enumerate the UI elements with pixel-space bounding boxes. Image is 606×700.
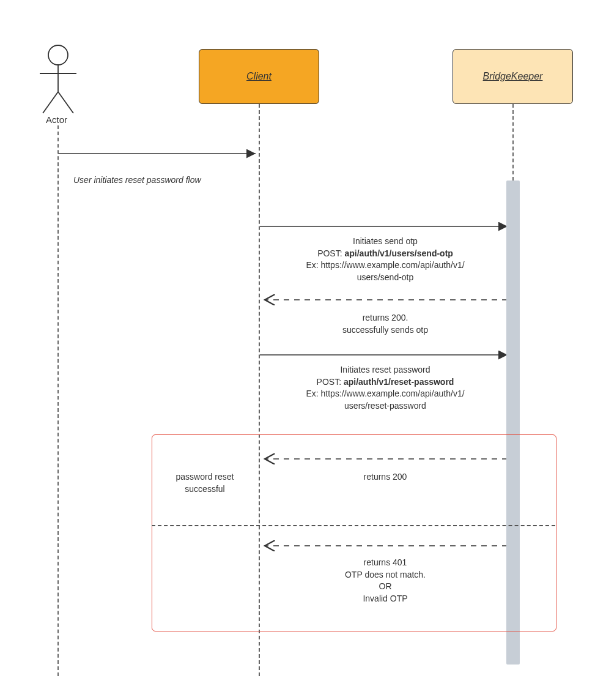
participant-bridgekeeper-label: BridgeKeeper bbox=[483, 71, 543, 82]
alt-guard-top: password reset successful bbox=[159, 471, 251, 495]
svg-line-2 bbox=[43, 92, 58, 113]
sequence-diagram: Actor Client BridgeKeeper User initiates… bbox=[0, 0, 606, 700]
actor-head bbox=[48, 45, 68, 65]
lifeline-actor bbox=[57, 125, 59, 676]
label-m4: Initiates reset password POST: api/auth/… bbox=[272, 364, 498, 412]
label-m6: returns 401 OTP does not match. OR Inval… bbox=[306, 557, 465, 605]
alt-divider bbox=[152, 525, 555, 526]
participant-bridgekeeper: BridgeKeeper bbox=[453, 49, 573, 104]
lifeline-bridgekeeper-top bbox=[512, 104, 514, 181]
participant-client: Client bbox=[199, 49, 319, 104]
participant-client-label: Client bbox=[246, 71, 272, 82]
label-m2: Initiates send otp POST: api/auth/v1/use… bbox=[272, 236, 498, 283]
label-m1: User initiates reset password flow bbox=[73, 174, 251, 187]
label-m5: returns 200 bbox=[306, 471, 465, 483]
svg-line-3 bbox=[58, 92, 73, 113]
actor-label: Actor bbox=[46, 114, 67, 125]
label-m3: returns 200. successfully sends otp bbox=[306, 312, 465, 336]
